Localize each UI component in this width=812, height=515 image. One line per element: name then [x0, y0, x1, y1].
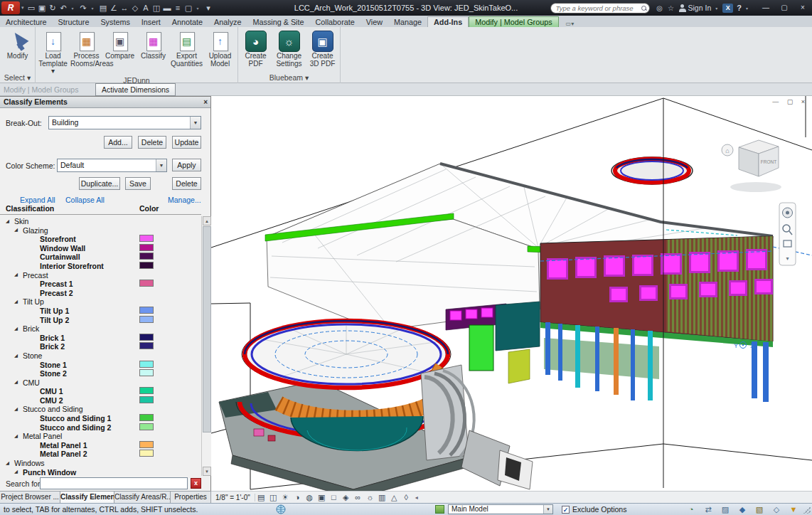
temporary-hide-isolate-icon[interactable]: ∞	[352, 492, 364, 503]
tree-item-windows[interactable]: ◢Windows	[0, 458, 201, 467]
color-scheme-select[interactable]: Default ▼	[57, 159, 167, 172]
classify-button[interactable]: Classify	[137, 28, 170, 71]
view-cube-front-label[interactable]: FRONT	[761, 159, 776, 164]
color-swatch[interactable]	[139, 280, 154, 287]
print-icon[interactable]: ▤	[98, 4, 109, 13]
navigation-bar[interactable]: ▾	[779, 203, 796, 265]
help-arrow-icon[interactable]: ▾	[746, 6, 748, 11]
expand-arrow-icon[interactable]: ◢	[14, 378, 23, 387]
compare-button[interactable]: Compare	[103, 28, 137, 71]
scroll-down-icon[interactable]: ▼	[203, 467, 211, 476]
color-swatch[interactable]	[139, 334, 154, 341]
tab-architecture[interactable]: Architecture	[0, 17, 53, 27]
clear-search-button[interactable]: x	[191, 478, 201, 489]
sign-in-button[interactable]: Sign In	[688, 4, 712, 12]
filter-icon[interactable]: ▼	[785, 504, 802, 515]
text-icon[interactable]: A	[141, 4, 151, 12]
apply-button[interactable]: Apply	[172, 159, 201, 171]
load-template-button[interactable]: LoadTemplate ▾	[36, 28, 70, 76]
tree-item-stone[interactable]: ◢Stone	[0, 351, 201, 360]
switch-windows-icon-arrow[interactable]: ▾	[193, 6, 203, 11]
color-swatch[interactable]	[139, 342, 154, 349]
maximize-button[interactable]: ▢	[775, 0, 794, 16]
tab-collaborate[interactable]: Collaborate	[310, 17, 360, 27]
select-underlay-icon[interactable]: ▨	[717, 504, 734, 515]
tab-analyze[interactable]: Analyze	[208, 17, 247, 27]
background-processes-icon[interactable]: ◔	[683, 504, 700, 515]
expand-arrow-icon[interactable]: ◢	[14, 467, 23, 476]
update-button[interactable]: Update	[172, 136, 201, 149]
view-minimize-icon[interactable]: —	[772, 98, 779, 105]
sync-with-central-icon[interactable]: ↻	[48, 4, 58, 13]
worksharing-globe-icon[interactable]	[276, 504, 286, 514]
tree-item-brick[interactable]: ◢Brick	[0, 324, 201, 333]
panel-label-select[interactable]: Select ▾	[0, 73, 35, 83]
color-swatch[interactable]	[139, 396, 154, 403]
default-3d-view-icon[interactable]: ◫	[151, 4, 162, 13]
tree-item-cmu-2[interactable]: CMU 2	[0, 395, 201, 405]
tree-item-precast-2[interactable]: Precast 2	[0, 288, 201, 297]
chevron-down-icon[interactable]: ▼	[190, 117, 201, 129]
tree-item-tilt-up[interactable]: ◢Tilt Up	[0, 297, 201, 306]
detail-level-icon[interactable]: ▤	[255, 492, 267, 503]
tree-item-storefront[interactable]: Storefront	[0, 234, 201, 243]
application-menu-arrow-icon[interactable]: ▾	[21, 5, 24, 11]
manage-link[interactable]: Manage...	[168, 196, 201, 204]
save-icon[interactable]: ▣	[37, 4, 48, 13]
expand-arrow-icon[interactable]: ◢	[6, 459, 14, 468]
expand-arrow-icon[interactable]: ◢	[14, 432, 23, 441]
design-option-select[interactable]: Main Model ▼	[448, 504, 553, 514]
scrollbar-thumb[interactable]	[203, 226, 211, 432]
select-links-icon[interactable]: ⇄	[700, 504, 717, 515]
tab-structure[interactable]: Structure	[53, 17, 95, 27]
highlight-displacement-sets-icon[interactable]: ◊	[400, 492, 412, 503]
tab-annotate[interactable]: Annotate	[166, 17, 208, 27]
tree-item-metal-panel-2[interactable]: Metal Panel 2	[0, 449, 201, 458]
tree-item-curtainwall[interactable]: Curtainwall	[0, 252, 201, 261]
view-cube[interactable]: FRONT ⌂	[722, 140, 781, 192]
reveal-hidden-elements-icon[interactable]: ☼	[364, 492, 376, 503]
thin-lines-icon[interactable]: ≡	[173, 4, 183, 12]
show-analytical-model-icon[interactable]: △	[388, 492, 400, 503]
expand-all-link[interactable]: Expand All	[20, 196, 55, 204]
temporary-view-properties-icon[interactable]: ▥	[376, 492, 388, 503]
show-rendering-dialog-icon[interactable]: ◍	[304, 492, 316, 503]
panel-header[interactable]: Classify Elements ×	[0, 97, 210, 108]
chevron-down-icon[interactable]: ▼	[156, 159, 166, 171]
tab-insert[interactable]: Insert	[136, 17, 166, 27]
tree-item-tilt-up-2[interactable]: Tilt Up 2	[0, 315, 201, 324]
change-settings-button[interactable]: ChangeSettings	[272, 28, 306, 71]
expand-arrow-icon[interactable]: ◢	[14, 351, 23, 361]
classification-tree[interactable]: ◢Skin◢GlazingStorefrontWindow WallCurtai…	[0, 216, 201, 476]
color-swatch[interactable]	[139, 244, 154, 251]
navbar-chevron-icon[interactable]: ▾	[786, 255, 789, 262]
tab-manage[interactable]: Manage	[388, 17, 427, 27]
customize-qat-icon[interactable]: ▾	[203, 4, 214, 13]
measure-icon[interactable]: ∠	[109, 4, 119, 13]
crop-view-icon[interactable]: ▣	[316, 492, 328, 503]
communication-center-icon[interactable]: ◎	[654, 4, 666, 12]
sun-path-icon[interactable]: ☀	[279, 492, 292, 503]
help-search-box[interactable]	[550, 3, 650, 14]
delete-button[interactable]: Delete	[138, 136, 166, 149]
process-rooms-areas-button[interactable]: ProcessRooms/Areas	[70, 28, 103, 71]
tree-item-precast-1[interactable]: Precast 1	[0, 279, 201, 288]
application-menu-button[interactable]: R	[1, 1, 20, 14]
add-button[interactable]: Add...	[104, 136, 132, 149]
tree-item-stone-2[interactable]: Stone 2	[0, 368, 201, 378]
collapse-all-link[interactable]: Collapse All	[65, 196, 105, 204]
tab-massing-site[interactable]: Massing & Site	[247, 17, 310, 27]
exchange-apps-icon[interactable]: X	[722, 4, 733, 13]
tag-by-category-icon[interactable]: ◇	[130, 4, 141, 13]
undo-icon-arrow[interactable]: ▾	[68, 6, 78, 11]
tree-item-brick-2[interactable]: Brick 2	[0, 341, 201, 351]
visual-style-icon[interactable]: ◫	[267, 492, 279, 503]
modify-button[interactable]: Modify	[1, 28, 34, 71]
delete-scheme-button[interactable]: Delete	[172, 177, 201, 190]
scroll-up-icon[interactable]: ▲	[203, 216, 211, 225]
color-swatch[interactable]	[139, 450, 154, 457]
upload-model-button[interactable]: UploadModel	[203, 28, 237, 71]
close-icon[interactable]: ×	[203, 97, 208, 107]
tree-item-stucco-and-siding-2[interactable]: Stucco and Siding 2	[0, 423, 201, 432]
tree-item-stone-1[interactable]: Stone 1	[0, 360, 201, 369]
